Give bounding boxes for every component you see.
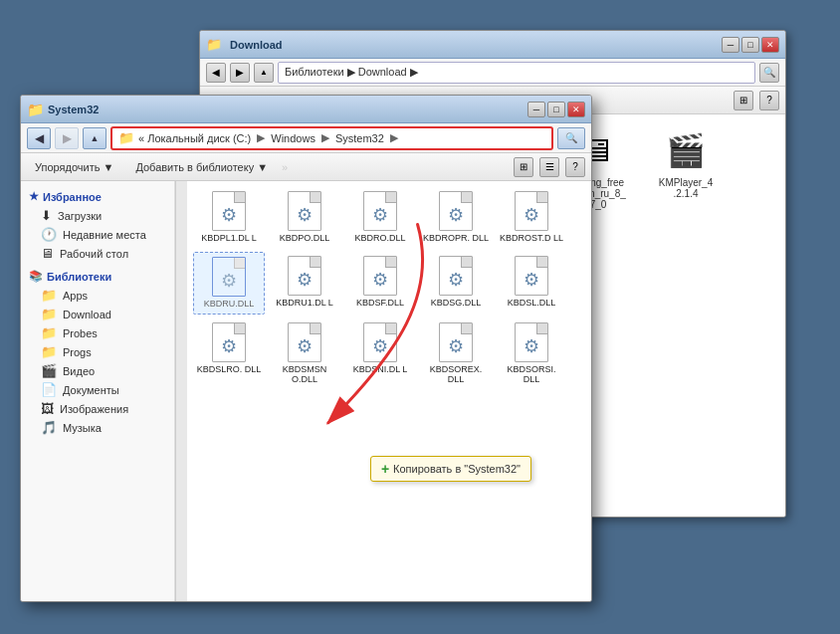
recent-icon: 🕐: [41, 227, 57, 242]
addr-seg-c: « Локальный диск (C:): [138, 132, 251, 144]
back-window-title: Download: [230, 39, 722, 51]
sidebar-item-recent[interactable]: 🕐 Недавние места: [21, 225, 174, 244]
dll-kbdsni[interactable]: ⚙ KBDSNI.DL L: [344, 318, 416, 390]
apps-folder-icon: 📁: [41, 288, 57, 303]
music-folder-icon: 🎵: [41, 420, 57, 435]
images-folder-icon: 🖼: [41, 401, 54, 416]
dll-kbdsf[interactable]: ⚙ KBDSF.DLL: [344, 252, 416, 315]
front-help-btn[interactable]: ?: [565, 157, 585, 177]
sidebar-item-documents[interactable]: 📄 Документы: [21, 380, 174, 399]
sidebar-item-download[interactable]: 📁 Download: [21, 305, 174, 323]
front-address-bar[interactable]: 📁 « Локальный диск (C:) ▶ Windows ▶ Syst…: [110, 126, 553, 150]
addr-seg-windows: Windows: [271, 132, 315, 144]
dll-kbdslro[interactable]: ⚙ KBDSLRO. DLL: [193, 318, 265, 390]
sidebar-item-images[interactable]: 🖼 Изображения: [21, 399, 174, 418]
front-organize-btn[interactable]: Упорядочить ▼: [27, 156, 121, 178]
dll-kbdru1-icon: ⚙: [285, 256, 324, 296]
dll-kbdrost[interactable]: ⚙ KBDROST.D LL: [496, 187, 567, 248]
sidebar-favorites-header[interactable]: ★ Избранное: [21, 187, 174, 206]
front-content: ★ Избранное ⬇ Загрузки 🕐 Недавние места …: [21, 181, 591, 601]
back-titlebar: 📁 Download ─ □ ✕: [200, 31, 785, 59]
front-window-controls: ─ □ ✕: [527, 102, 585, 117]
sidebar-item-progs[interactable]: 📁 Progs: [21, 342, 174, 361]
dll-kbdsmsno-icon: ⚙: [285, 322, 324, 362]
front-nav-back[interactable]: ◀: [27, 127, 51, 149]
back-nav-up[interactable]: ▲: [254, 63, 274, 83]
dll-kbdro-icon: ⚙: [360, 191, 400, 231]
back-addr-text: Библиотеки ▶ Download ▶: [285, 66, 418, 79]
dll-kbdsorex-icon: ⚙: [436, 322, 476, 362]
probes-folder-icon: 📁: [41, 325, 57, 340]
sidebar-item-desktop[interactable]: 🖥 Рабочий стол: [21, 244, 174, 263]
dll-kbdpo-icon: ⚙: [285, 191, 324, 231]
sidebar-apps-label: Apps: [63, 290, 88, 302]
progs-folder-icon: 📁: [41, 344, 57, 359]
back-search-btn[interactable]: 🔍: [759, 63, 779, 83]
dll-kbdru1[interactable]: ⚙ KBDRU1.DL L: [269, 252, 340, 315]
front-nav-bar: ◀ ▶ ▲ 📁 « Локальный диск (C:) ▶ Windows …: [21, 123, 591, 153]
foreground-explorer-window: 📁 System32 ─ □ ✕ ◀ ▶ ▲ 📁 « Локальный дис…: [20, 95, 592, 602]
dll-kbdsmsno[interactable]: ⚙ KBDSMSN O.DLL: [269, 318, 340, 390]
addr-seg-system32: System32: [335, 132, 384, 144]
sidebar-libraries-header[interactable]: 📚 Библиотеки: [21, 267, 174, 286]
front-view-toggle[interactable]: ⊞: [514, 157, 533, 177]
front-add-library-btn[interactable]: Добавить в библиотеку ▼: [127, 156, 276, 178]
dll-kbdsf-icon: ⚙: [360, 256, 400, 296]
dll-kbdro[interactable]: ⚙ KBDRO.DLL: [344, 187, 416, 248]
dll-kbdpl1-icon: ⚙: [209, 191, 249, 231]
dll-kbdsg[interactable]: ⚙ KBDSG.DLL: [420, 252, 492, 315]
sidebar-item-music[interactable]: 🎵 Музыка: [21, 418, 174, 437]
dll-kbdru[interactable]: ⚙ KBDRU.DLL: [193, 252, 265, 315]
back-view-btn[interactable]: ⊞: [734, 91, 753, 110]
sidebar-libraries: 📚 Библиотеки 📁 Apps 📁 Download 📁 Probes …: [21, 267, 174, 437]
front-search-btn[interactable]: 🔍: [557, 127, 585, 149]
copy-tooltip-text: Копировать в "System32": [393, 463, 521, 475]
front-view-list[interactable]: ☰: [539, 157, 559, 177]
back-file-kmplayer[interactable]: 🎬 KMPlayer_4 .2.1.4: [646, 122, 726, 214]
back-file-icon: 🎬: [662, 126, 710, 174]
front-title-icon: 📁: [27, 102, 44, 117]
dll-kbdpl1[interactable]: ⚙ KBDPL1.DL L: [193, 187, 265, 248]
sidebar-scrollbar[interactable]: [175, 181, 187, 601]
sidebar-favorites: ★ Избранное ⬇ Загрузки 🕐 Недавние места …: [21, 187, 174, 263]
dll-kbdsg-icon: ⚙: [436, 256, 476, 296]
front-titlebar: 📁 System32 ─ □ ✕: [21, 96, 591, 123]
main-file-area: ⚙ KBDPL1.DL L ⚙ KBDPO.DLL ⚙ KBDRO.DLL: [187, 181, 591, 601]
sidebar-item-downloads[interactable]: ⬇ Загрузки: [21, 206, 174, 225]
front-minimize-btn[interactable]: ─: [527, 102, 545, 117]
back-address-box[interactable]: Библиотеки ▶ Download ▶: [278, 62, 755, 84]
file-content-wrapper: ⚙ KBDPL1.DL L ⚙ KBDPO.DLL ⚙ KBDRO.DLL: [187, 181, 591, 601]
download-folder-icon: 📁: [41, 307, 57, 321]
dll-kbdsl-icon: ⚙: [512, 256, 551, 296]
folder-icon: 📁: [118, 130, 134, 145]
sidebar-item-video[interactable]: 🎬 Видео: [21, 361, 174, 380]
dll-kbdsl[interactable]: ⚙ KBDSL.DLL: [496, 252, 567, 315]
dll-kbdru-icon: ⚙: [209, 257, 249, 297]
dll-kbdsorsi[interactable]: ⚙ KBDSORSI. DLL: [496, 318, 567, 390]
front-close-btn[interactable]: ✕: [567, 102, 585, 117]
sidebar-item-apps[interactable]: 📁 Apps: [21, 286, 174, 305]
dll-kbdrost-icon: ⚙: [512, 191, 551, 231]
back-help-btn[interactable]: ?: [759, 91, 779, 110]
dll-kbdpo[interactable]: ⚙ KBDPO.DLL: [269, 187, 340, 248]
back-address-bar: ◀ ▶ ▲ Библиотеки ▶ Download ▶ 🔍: [200, 59, 785, 87]
back-nav-back[interactable]: ◀: [206, 63, 226, 83]
dll-kbdropr[interactable]: ⚙ KBDROPR. DLL: [420, 187, 492, 248]
back-close-btn[interactable]: ✕: [761, 37, 779, 53]
front-maximize-btn[interactable]: □: [547, 102, 565, 117]
front-nav-up[interactable]: ▲: [83, 127, 106, 149]
dll-kbdsorex[interactable]: ⚙ KBDSOREX. DLL: [420, 318, 492, 390]
video-folder-icon: 🎬: [41, 363, 57, 378]
sidebar-item-probes[interactable]: 📁 Probes: [21, 323, 174, 342]
dll-kbdsorsi-icon: ⚙: [512, 322, 551, 362]
front-window-title: System32: [48, 104, 527, 115]
back-maximize-btn[interactable]: □: [741, 37, 759, 53]
front-nav-forward[interactable]: ▶: [55, 127, 79, 149]
desktop-icon: 🖥: [41, 246, 54, 261]
downloads-icon: ⬇: [41, 208, 52, 223]
dll-kbdslro-icon: ⚙: [209, 322, 249, 362]
back-window-controls: ─ □ ✕: [722, 37, 779, 53]
dll-kbdsni-icon: ⚙: [360, 322, 400, 362]
back-nav-forward[interactable]: ▶: [230, 63, 250, 83]
back-minimize-btn[interactable]: ─: [722, 37, 739, 53]
